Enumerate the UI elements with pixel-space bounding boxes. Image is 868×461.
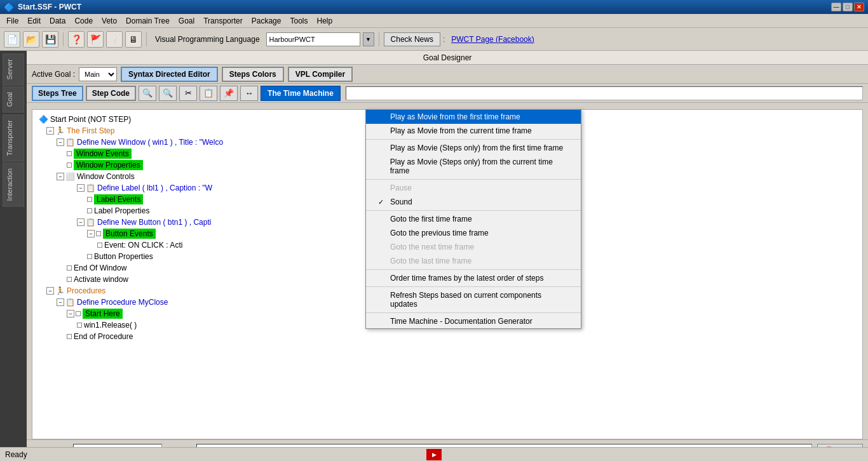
menu-item-domain-tree[interactable]: Domain Tree [122,15,173,27]
dropdown-item[interactable]: Refresh Steps based on current component… [366,288,581,311]
menu-item-veto[interactable]: Veto [98,15,121,27]
dropdown-item-label: Goto the next time frame [390,243,474,251]
expander-define-window[interactable]: − [57,138,64,146]
menu-item-file[interactable]: File [3,15,22,27]
goal-designer-title: Goal Designer [423,53,472,62]
bullet-win1release [77,323,82,328]
dropdown-item-label: Play as Movie from the current time fram… [390,126,532,135]
dropdown-item[interactable]: Play as Movie (Steps only) from the firs… [366,141,581,155]
end-window-label: End Of Window [74,264,126,272]
root-label: Start Point (NOT STEP) [50,115,131,124]
dropdown-item-label: Goto the previous time frame [390,229,489,237]
syntax-directed-editor-btn[interactable]: Syntax Directed Editor [121,67,218,82]
sidebar-tab-interaction[interactable]: Interaction [3,163,24,206]
check-news-btn[interactable]: Check News [384,32,440,46]
sidebar-tab-server[interactable]: Server [3,53,24,85]
dropdown-menu: Play as Movie from the first time frameP… [365,109,581,329]
expander-procedures[interactable]: − [46,287,54,295]
steps-tree-btn[interactable]: Steps Tree [32,86,83,101]
sidebar-tab-goal[interactable]: Goal [3,86,24,112]
event-onclick-label: Event: ON CLICK : Acti [104,241,182,250]
expander-window-controls[interactable]: − [57,173,64,180]
dropdown-separator [366,210,581,211]
main-content: Goal Designer Active Goal : Main Syntax … [27,51,868,461]
ready-text: Ready [5,450,27,459]
dropdown-item-label: Time Machine - Documentation Generator [390,317,532,326]
expander-start-here[interactable]: − [67,310,74,317]
menu-item-code[interactable]: Code [71,15,97,27]
active-goal-label: Active Goal : [32,70,75,79]
zoom-in-btn[interactable]: 🔍 [139,86,156,101]
dropdown-item: Pause [366,181,581,195]
pwct-facebook-link[interactable]: PWCT Page (Facebook) [447,35,534,44]
minimize-btn[interactable]: — [831,3,841,11]
sidebar-tab-transporter[interactable]: Transporter [3,114,24,161]
expander-define-button[interactable]: − [77,218,85,226]
win1release-label: win1.Release( ) [84,321,137,330]
menu-item-package[interactable]: Package [248,15,285,27]
procedures-label: Procedures [67,286,105,295]
zoom-out-btn[interactable]: 🔍 [159,86,177,101]
window-controls-label: Window Controls [77,172,135,181]
dropdown-item-label: Sound [390,197,412,206]
open-btn[interactable]: 📂 [23,31,39,48]
procedures-icon: 🏃 [55,286,65,295]
maximize-btn[interactable]: □ [843,3,853,11]
dropdown-separator [366,312,581,313]
dropdown-item-label: Refresh Steps based on current component… [390,291,571,309]
window-controls-icon: ⬜ [65,172,75,181]
menu-item-edit[interactable]: Edit [24,15,44,27]
dropdown-item[interactable]: Play as Movie from the first time frame [366,110,581,124]
steps-toolbar: Steps Tree Step Code 🔍 🔍 ✂ 📋 📌 ↔ The Tim… [27,84,868,103]
expander-define-proc[interactable]: − [57,298,64,306]
close-window-btn[interactable]: ✕ [854,3,864,11]
root-icon: 🔷 [39,115,48,124]
dropdown-item[interactable]: Order time frames by the latest order of… [366,271,581,285]
dropdown-separator [366,286,581,287]
goal-designer-header: Goal Designer [27,51,868,65]
bullet-button-events [96,231,101,236]
flag-btn[interactable]: 🚩 [87,31,104,48]
menu-item-help[interactable]: Help [313,15,336,27]
dropdown-item[interactable]: ✓Sound [366,195,581,209]
define-label-label: Define Label ( lbl1 ) , Caption : "W [97,184,212,192]
copy-btn[interactable]: 📋 [200,86,217,101]
new-btn[interactable]: 📄 [4,31,20,48]
time-machine-btn[interactable]: The Time Machine [261,86,341,101]
move-btn[interactable]: ↔ [240,86,258,101]
expander-button-events[interactable]: − [87,230,95,237]
activate-window-label: Activate window [74,275,128,284]
help-btn[interactable]: ❓ [68,31,85,48]
dropdown-item[interactable]: Goto the first time frame [366,212,581,226]
dropdown-item: Goto the last time frame [366,254,581,268]
exclaim-btn[interactable]: ❕ [106,31,123,48]
dropdown-item[interactable]: Play as Movie from the current time fram… [366,124,581,138]
lang-dropdown[interactable] [266,32,360,46]
menu-item-data[interactable]: Data [46,15,69,27]
step-code-btn[interactable]: Step Code [86,86,136,101]
vpl-compiler-btn[interactable]: VPL Compiler [288,67,353,82]
steps-colors-btn[interactable]: Steps Colors [222,67,284,82]
paste-btn[interactable]: 📌 [220,86,238,101]
expander-define-label[interactable]: − [77,184,85,192]
save-btn[interactable]: 💾 [42,31,58,48]
window-props-label: Window Properties [74,160,143,170]
dropdown-item[interactable]: Goto the previous time frame [366,226,581,240]
lang-dropdown-arrow[interactable]: ▼ [363,32,374,46]
active-goal-select[interactable]: Main [79,67,117,81]
screen-btn[interactable]: 🖥 [125,31,142,48]
menu-item-goal[interactable]: Goal [175,15,198,27]
left-sidebar: ServerGoalTransporterInteraction [0,51,27,461]
menu-item-tools[interactable]: Tools [286,15,311,27]
expander-first-step[interactable]: − [46,127,54,135]
menu-item-transporter[interactable]: Transporter [200,15,247,27]
title-bar-left: 🔷 Start.SSF - PWCT [4,3,81,12]
cut-btn[interactable]: ✂ [179,86,197,101]
dropdown-item[interactable]: Time Machine - Documentation Generator [366,314,581,328]
bullet-label-events [87,197,92,202]
first-step-label: The First Step [67,126,114,135]
dropdown-item[interactable]: Play as Movie (Steps only) from the curr… [366,155,581,178]
bullet-start-here [76,311,81,316]
bullet-activate-window [67,277,72,282]
app-icon: 🔷 [4,3,14,12]
